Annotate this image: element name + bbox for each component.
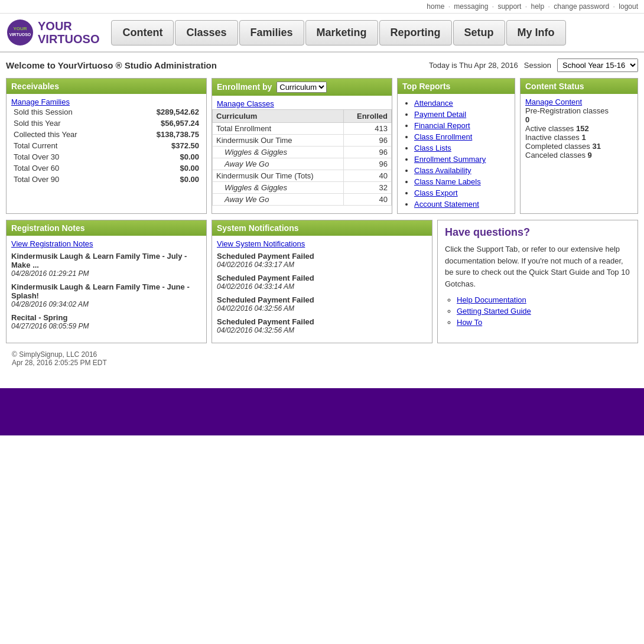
enrollment-header: Enrollment by Curriculum: [212, 79, 392, 96]
inactive-text: Inactive classes 1: [525, 133, 633, 142]
receivables-row: Collected this Year$138,738.75: [11, 129, 201, 140]
receivables-body: Manage Families Sold this Session$289,54…: [6, 94, 206, 188]
report-link[interactable]: Class Lists: [414, 144, 451, 152]
note-date: 04/28/2016 01:29:21 PM: [11, 269, 201, 278]
view-registration-notes-link[interactable]: View Registration Notes: [11, 239, 93, 248]
footer: © SimplySignup, LLC 2016 Apr 28, 2016 2:…: [6, 347, 638, 370]
note-title: Recital - Spring: [11, 313, 201, 322]
help-link-item: How To: [457, 317, 630, 328]
logout-link[interactable]: logout: [619, 2, 638, 11]
active-text: Active classes 152: [525, 124, 633, 133]
notif-date: 04/02/2016 04:32:56 AM: [217, 326, 427, 334]
footer-line2: Apr 28, 2016 2:05:25 PM EDT: [12, 359, 632, 367]
receivables-row: Sold this Year$56,957.24: [11, 118, 201, 129]
report-link[interactable]: Class Enrollment: [414, 132, 472, 141]
welcome-row: Welcome to YourVirtuoso ® Studio Adminis…: [6, 58, 638, 72]
help-link[interactable]: Help Documentation: [457, 295, 526, 304]
enrollment-row: Wiggles & Giggles32: [213, 182, 392, 194]
notification-item: Scheduled Payment Failed04/02/2016 04:33…: [217, 252, 427, 269]
nav-marketing[interactable]: Marketing: [305, 20, 378, 45]
have-questions-title: Have questions?: [445, 226, 630, 239]
report-item: Class Name Labels: [414, 176, 510, 187]
date-session: Today is Thu Apr 28, 2016 Session School…: [429, 58, 638, 72]
report-link[interactable]: Financial Report: [414, 121, 470, 130]
nav-setup[interactable]: Setup: [453, 20, 505, 45]
notification-item: Scheduled Payment Failed04/02/2016 04:33…: [217, 274, 427, 291]
nav-families[interactable]: Families: [239, 20, 304, 45]
enrollment-col1: Curriculum: [213, 110, 344, 123]
top-reports-panel: Top Reports AttendancePayment DetailFina…: [397, 78, 515, 214]
main-content: Welcome to YourVirtuoso ® Studio Adminis…: [0, 53, 644, 376]
nav-content[interactable]: Content: [111, 20, 174, 45]
support-link[interactable]: support: [497, 2, 521, 11]
content-status-header: Content Status: [521, 79, 638, 94]
content-status-body: Manage Content Pre-Registration classes …: [521, 94, 638, 163]
change-password-link[interactable]: change password: [554, 2, 609, 11]
registration-notes-panel: Registration Notes View Registration Not…: [6, 220, 207, 343]
notif-date: 04/02/2016 04:32:56 AM: [217, 304, 427, 313]
bottom-purple-bar: [0, 388, 644, 435]
report-link[interactable]: Enrollment Summary: [414, 155, 486, 164]
svg-text:VIRTUOSO: VIRTUOSO: [9, 32, 31, 37]
reports-list: AttendancePayment DetailFinancial Report…: [402, 97, 510, 210]
notif-date: 04/02/2016 04:33:17 AM: [217, 261, 427, 269]
system-notifications-panel: System Notifications View System Notific…: [212, 220, 432, 343]
help-link[interactable]: help: [531, 2, 544, 11]
have-questions-body: Click the Support Tab, or refer to our e…: [445, 243, 630, 290]
help-link-item: Help Documentation: [457, 294, 630, 305]
notif-title: Scheduled Payment Failed: [217, 317, 427, 326]
report-link[interactable]: Payment Detail: [414, 110, 466, 119]
note-title: Kindermusik Laugh & Learn Family Time - …: [11, 282, 201, 300]
top-reports-body: AttendancePayment DetailFinancial Report…: [398, 94, 515, 213]
dashboard-bottom: Registration Notes View Registration Not…: [6, 220, 638, 343]
report-link[interactable]: Class Availability: [414, 166, 471, 175]
report-link[interactable]: Account Statement: [414, 200, 479, 209]
registration-note-item: Kindermusik Laugh & Learn Family Time - …: [11, 252, 201, 278]
report-link[interactable]: Attendance: [414, 99, 453, 108]
enrollment-row: Away We Go40: [213, 194, 392, 206]
manage-families-link[interactable]: Manage Families: [11, 97, 70, 106]
completed-text: Completed classes 31: [525, 142, 633, 151]
registration-note-item: Kindermusik Laugh & Learn Family Time - …: [11, 282, 201, 308]
enrollment-panel: Enrollment by Curriculum Manage Classes …: [212, 78, 392, 214]
dashboard-top: Receivables Manage Families Sold this Se…: [6, 78, 638, 214]
session-select[interactable]: School Year 15-16: [557, 58, 638, 72]
report-link[interactable]: Class Export: [414, 188, 458, 197]
canceled-text: Canceled classes 9: [525, 151, 633, 160]
messaging-link[interactable]: messaging: [454, 2, 488, 11]
report-item: Class Lists: [414, 142, 510, 154]
main-nav: Content Classes Families Marketing Repor…: [111, 20, 565, 45]
enrollment-title: Enrollment by: [217, 82, 272, 92]
manage-classes-link[interactable]: Manage Classes: [217, 99, 274, 108]
receivables-row: Sold this Session$289,542.62: [11, 106, 201, 118]
notification-item: Scheduled Payment Failed04/02/2016 04:32…: [217, 295, 427, 313]
enrollment-row: Total Enrollment413: [213, 123, 392, 135]
note-date: 04/27/2016 08:05:59 PM: [11, 322, 201, 330]
report-item: Account Statement: [414, 199, 510, 210]
enrollment-row: Away We Go96: [213, 158, 392, 170]
help-link[interactable]: Getting Started Guide: [457, 307, 531, 316]
pre-reg: Pre-Registration classes: [525, 106, 633, 115]
nav-classes[interactable]: Classes: [175, 20, 238, 45]
note-title: Kindermusik Laugh & Learn Family Time - …: [11, 252, 201, 269]
view-system-notifications-link[interactable]: View System Notifications: [217, 239, 305, 248]
notif-date: 04/02/2016 04:33:14 AM: [217, 282, 427, 291]
system-notifications-list: Scheduled Payment Failed04/02/2016 04:33…: [217, 252, 427, 334]
report-item: Class Export: [414, 187, 510, 199]
nav-myinfo[interactable]: My Info: [506, 20, 566, 45]
logo-text: YOUR VIRTUOSO: [38, 19, 99, 45]
report-link[interactable]: Class Name Labels: [414, 177, 481, 186]
help-link-item: Getting Started Guide: [457, 305, 630, 317]
nav-reporting[interactable]: Reporting: [379, 20, 452, 45]
welcome-text: Welcome to YourVirtuoso ® Studio Adminis…: [6, 60, 217, 70]
help-links-list: Help DocumentationGetting Started GuideH…: [445, 294, 630, 328]
enrollment-row: Wiggles & Giggles96: [213, 147, 392, 158]
manage-content-link[interactable]: Manage Content: [525, 97, 582, 106]
help-link[interactable]: How To: [457, 318, 482, 327]
content-status-panel: Content Status Manage Content Pre-Regist…: [520, 78, 638, 214]
receivables-table: Sold this Session$289,542.62Sold this Ye…: [11, 106, 201, 185]
enrollment-dropdown[interactable]: Curriculum: [277, 82, 327, 93]
report-item: Class Enrollment: [414, 131, 510, 142]
notification-item: Scheduled Payment Failed04/02/2016 04:32…: [217, 317, 427, 334]
home-link[interactable]: home: [427, 2, 444, 11]
